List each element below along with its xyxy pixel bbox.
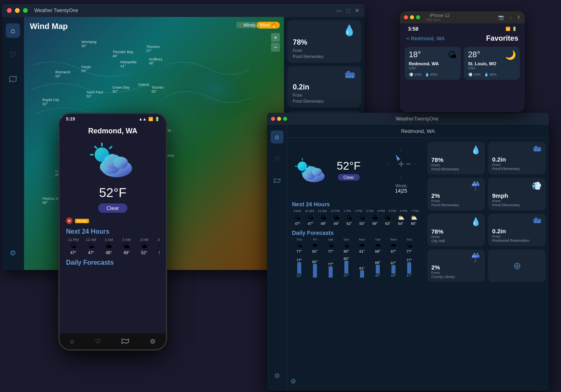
svg-rect-4 xyxy=(347,71,350,73)
wind-speed-value: 14|25 xyxy=(395,188,407,194)
svg-line-34 xyxy=(408,152,408,153)
daily-2: Sat 🌤 77° xyxy=(323,238,338,253)
restore-button[interactable]: □ xyxy=(347,7,350,14)
android-nav-home[interactable]: ⌂ xyxy=(70,338,74,345)
android-nav-favorites[interactable]: ♡ xyxy=(95,338,101,345)
android-condition: Clear xyxy=(98,203,127,213)
popup-next24-section: Next 24 Hours 9 AM 10 AM 11 AM 12 PM 1 P… xyxy=(292,201,419,226)
sidebar-item-favorites[interactable]: ♡ xyxy=(6,48,20,62)
svg-rect-13 xyxy=(94,145,98,149)
android-nav-map[interactable] xyxy=(122,338,129,344)
android-hourly-forecast: 11 PM 🌤 47° 12 AM 🌤 47° 1 AM 🌥 48° 2 AM … xyxy=(66,238,159,255)
ph-9: ⛅65° xyxy=(408,214,419,226)
iphone-screenshot-icon[interactable]: 📷 xyxy=(498,15,504,20)
map-title: Wind Map xyxy=(30,22,68,31)
humidity-location: Pond Elementary xyxy=(293,54,356,59)
iphone-page-title: Favorites xyxy=(486,34,518,43)
svg-rect-14 xyxy=(109,145,113,149)
popup-precip-rockwood-icon xyxy=(492,217,542,226)
daily-bar-chart: 77° 52° 82° 77° xyxy=(292,257,419,278)
close-dot[interactable] xyxy=(7,8,12,13)
cloud-sun-svg xyxy=(87,139,139,180)
fav-icon-stlouis: 🌙 xyxy=(505,50,516,60)
android-nav-settings[interactable]: ⚙ xyxy=(150,338,155,345)
iphone-simulator-frame: iPhone 12 iOS 14.5 📷 ⌂ ⬆ 3:58 📶 🔋 < Redm… xyxy=(400,11,525,112)
county-library-label: County Library xyxy=(431,275,481,279)
minimize-dot[interactable] xyxy=(15,8,20,13)
daily-7: Thu 🌤 77° xyxy=(402,238,416,253)
bar-3: 80° 57° xyxy=(339,257,354,278)
zoom-in-button[interactable]: + xyxy=(271,33,280,42)
daily-4: Mon 🌧 61° xyxy=(355,238,369,253)
zoom-out-button[interactable]: − xyxy=(271,43,280,52)
desktop-titlebar: Weather TwentyOne — □ ✕ xyxy=(2,4,364,17)
favorite-card-stlouis[interactable]: 28° 🌙 St. Louis, MO USA 💨 13% 💧 45% xyxy=(464,47,520,80)
fav-stats-stlouis: 💨 13% 💧 45% xyxy=(468,73,516,77)
iphone-device-info: iPhone 12 iOS 14.5 xyxy=(426,13,450,22)
iphone-back-button[interactable]: < Redmond, WA xyxy=(406,35,445,41)
popup-close-dot[interactable] xyxy=(271,117,275,121)
popup-max-dot[interactable] xyxy=(283,117,287,121)
popup-settings-gear[interactable]: ⚙ xyxy=(290,377,296,385)
svg-line-35 xyxy=(412,157,414,158)
fav-stats-redmond: 💨 13% 💧 45% xyxy=(409,73,457,77)
iphone-ios-version: iOS 14.5 xyxy=(426,18,450,22)
desktop-app-title: Weather TwentyOne xyxy=(34,8,78,13)
popup-content: ⌂ ♡ ⚙ Redmond, WA xyxy=(267,125,549,391)
popup-sidebar-favorites[interactable]: ♡ xyxy=(271,152,284,165)
window-controls: — □ ✕ xyxy=(336,7,360,14)
popup-sidebar-map[interactable] xyxy=(271,174,284,187)
iphone-close-dot[interactable] xyxy=(404,15,408,19)
iphone-device-name: iPhone 12 xyxy=(430,13,450,18)
weather-popup-window: WeatherTwentyOne ⌂ ♡ ⚙ Redmond, WA xyxy=(267,113,549,391)
bar-5: 68° 49° xyxy=(371,261,385,278)
popup-sidebar-home[interactable]: ⌂ xyxy=(271,131,284,143)
bar-1: 82° xyxy=(308,260,322,278)
android-bottom-nav: ⌂ ♡ ⚙ xyxy=(60,333,166,349)
desktop-sidebar: ⌂ ♡ ⚙ xyxy=(2,17,24,270)
play-button[interactable]: ▶ xyxy=(66,218,72,224)
hourly-item-0: 11 PM 🌤 47° xyxy=(66,238,81,255)
sidebar-item-map[interactable] xyxy=(6,72,20,86)
ph-3: 🌥49° xyxy=(331,214,342,226)
precip-value: 0.2in xyxy=(293,83,356,91)
popup-sidebar-settings[interactable]: ⚙ xyxy=(271,369,284,382)
popup-humidity-value: 78% xyxy=(431,156,481,163)
iphone-max-dot[interactable] xyxy=(416,15,420,19)
sidebar-item-settings[interactable]: ⚙ xyxy=(6,246,20,260)
favorite-card-redmond[interactable]: 18° 🌤 Redmond, WA USA 💨 13% 💧 45% xyxy=(405,47,461,80)
android-time: 5:19 xyxy=(66,116,75,121)
svg-rect-9 xyxy=(101,143,103,147)
android-phone: 5:19 ▲▲ 📶 🔋 Redmond, WA xyxy=(58,113,167,351)
iphone-min-dot[interactable] xyxy=(410,15,414,19)
iphone-home-icon[interactable]: ⌂ xyxy=(509,15,512,20)
popup-left-panel: 52°F Clear xyxy=(287,138,424,391)
popup-humidity-cityhall-icon: 💧 xyxy=(431,217,481,226)
monday-section: ▶ Monday xyxy=(66,216,159,224)
precip-location: Pond Elementary xyxy=(293,99,356,104)
minimize-button[interactable]: — xyxy=(336,7,342,14)
iphone-share-icon[interactable]: ⬆ xyxy=(517,15,521,20)
popup-cards-grid: 💧 78% From Pond Elementary 0.2in From xyxy=(427,142,546,282)
popup-next24-title: Next 24 Hours xyxy=(292,201,419,207)
iphone-screen: 3:58 📶 🔋 < Redmond, WA Favorites 18° 🌤 R… xyxy=(400,23,525,112)
fav-country-stlouis: USA xyxy=(468,66,516,70)
ph-0: 🌤47° xyxy=(292,214,303,226)
popup-wind-section: Winds 14|25 xyxy=(383,146,419,194)
popup-titlebar: WeatherTwentyOne xyxy=(267,113,549,125)
popup-card-precip-rockwood: 0.2in From Rockwood Reservation xyxy=(488,214,546,246)
maximize-dot[interactable] xyxy=(23,8,28,13)
close-button[interactable]: ✕ xyxy=(355,7,360,14)
popup-daily-title: Daily Forecasts xyxy=(292,230,419,236)
battery-icon: 🔋 xyxy=(512,27,517,31)
iphone-titlebar: iPhone 12 iOS 14.5 📷 ⌂ ⬆ xyxy=(400,11,525,23)
sidebar-item-home[interactable]: ⌂ xyxy=(6,23,20,38)
svg-line-41 xyxy=(389,170,390,171)
popup-min-dot[interactable] xyxy=(277,117,281,121)
humidity-icon: 💧 xyxy=(293,24,356,37)
popup-add-card-button[interactable]: ⊕ xyxy=(488,249,546,282)
popup-card-rain-pond: ☔ 2% From Pond Elementary xyxy=(427,178,485,210)
android-status-icons: ▲▲ 📶 🔋 xyxy=(139,117,159,121)
bar-4: 61° xyxy=(355,266,369,278)
fav-city-stlouis: St. Louis, MO xyxy=(468,61,516,66)
